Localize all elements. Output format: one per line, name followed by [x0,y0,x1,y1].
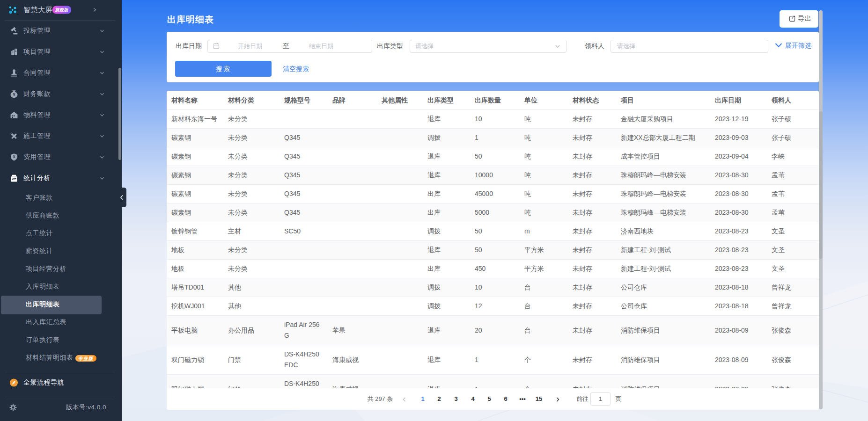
svg-text:¥: ¥ [13,92,15,97]
svg-text:¥: ¥ [13,154,15,159]
